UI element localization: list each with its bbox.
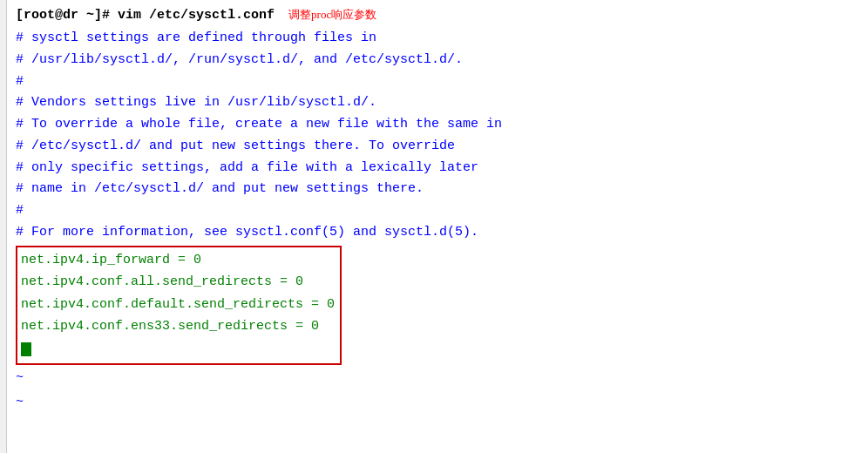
comment-line-8: # only specific settings, add a file wit… (16, 158, 868, 179)
command-line: [root@dr ~]# vim /etc/sysctl.conf 调整proc… (16, 7, 868, 23)
annotation-text: 调整proc响应参数 (288, 7, 376, 23)
comment-block: # sysctl settings are defined through fi… (16, 28, 868, 244)
tilde-line-1: ~ (16, 367, 868, 389)
config-line-2: net.ipv4.conf.all.send_redirects = 0 (21, 271, 335, 294)
config-box: net.ipv4.ip_forward = 0 net.ipv4.conf.al… (16, 246, 342, 366)
tilde-line-2: ~ (16, 391, 868, 414)
config-cursor-line (21, 338, 335, 361)
comment-line-5: # Vendors settings live in /usr/lib/sysc… (16, 92, 868, 114)
shell-prompt: [root@dr ~]# vim /etc/sysctl.conf (16, 8, 275, 23)
terminal-window: [root@dr ~]# vim /etc/sysctl.conf 调整proc… (0, 0, 868, 453)
config-line-1: net.ipv4.ip_forward = 0 (21, 249, 335, 272)
comment-line-11: # For more information, see sysctl.conf(… (16, 222, 868, 244)
config-line-4: net.ipv4.conf.ens33.send_redirects = 0 (21, 315, 335, 338)
left-margin (0, 0, 7, 453)
config-line-3: net.ipv4.conf.default.send_redirects = 0 (21, 294, 335, 316)
comment-line-3: # /usr/lib/sysctl.d/, /run/sysctl.d/, an… (16, 50, 868, 71)
comment-line-7: # /etc/sysctl.d/ and put new settings th… (16, 136, 868, 158)
comment-line-6: # To override a whole file, create a new… (16, 114, 868, 136)
comment-line-9: # name in /etc/sysctl.d/ and put new set… (16, 179, 868, 200)
comment-line-4: # (16, 71, 868, 93)
cursor (21, 342, 31, 356)
comment-line-2: # sysctl settings are defined through fi… (16, 28, 868, 50)
comment-line-10: # (16, 200, 868, 222)
